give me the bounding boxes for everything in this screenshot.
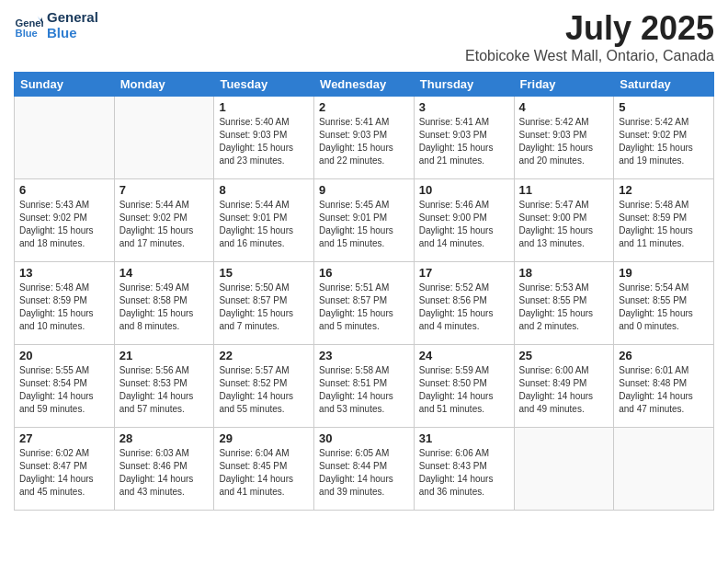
calendar-cell: 23Sunrise: 5:58 AM Sunset: 8:51 PM Dayli… bbox=[314, 345, 415, 428]
calendar-header-row: SundayMondayTuesdayWednesdayThursdayFrid… bbox=[15, 73, 714, 97]
calendar-cell: 3Sunrise: 5:41 AM Sunset: 9:03 PM Daylig… bbox=[414, 97, 514, 179]
cell-info: Sunrise: 6:01 AM Sunset: 8:48 PM Dayligh… bbox=[619, 364, 709, 416]
calendar-cell: 24Sunrise: 5:59 AM Sunset: 8:50 PM Dayli… bbox=[414, 345, 514, 428]
calendar-cell: 15Sunrise: 5:50 AM Sunset: 8:57 PM Dayli… bbox=[214, 262, 314, 345]
cell-info: Sunrise: 5:55 AM Sunset: 8:54 PM Dayligh… bbox=[19, 364, 109, 416]
day-number: 17 bbox=[419, 266, 509, 280]
day-number: 22 bbox=[219, 349, 309, 362]
calendar-cell: 10Sunrise: 5:46 AM Sunset: 9:00 PM Dayli… bbox=[414, 179, 514, 262]
weekday-header-tuesday: Tuesday bbox=[214, 73, 314, 97]
calendar-cell: 21Sunrise: 5:56 AM Sunset: 8:53 PM Dayli… bbox=[114, 345, 214, 428]
day-number: 29 bbox=[219, 431, 309, 445]
calendar-week-2: 6Sunrise: 5:43 AM Sunset: 9:02 PM Daylig… bbox=[15, 179, 714, 262]
weekday-header-sunday: Sunday bbox=[15, 73, 115, 97]
calendar-week-1: 1Sunrise: 5:40 AM Sunset: 9:03 PM Daylig… bbox=[15, 97, 714, 179]
weekday-header-friday: Friday bbox=[514, 73, 614, 97]
location-title: Etobicoke West Mall, Ontario, Canada bbox=[465, 48, 714, 64]
cell-info: Sunrise: 5:54 AM Sunset: 8:55 PM Dayligh… bbox=[619, 282, 709, 333]
cell-info: Sunrise: 5:45 AM Sunset: 9:01 PM Dayligh… bbox=[319, 199, 409, 250]
day-number: 2 bbox=[319, 100, 409, 114]
calendar-cell: 26Sunrise: 6:01 AM Sunset: 8:48 PM Dayli… bbox=[614, 345, 714, 428]
calendar-cell: 19Sunrise: 5:54 AM Sunset: 8:55 PM Dayli… bbox=[614, 262, 714, 345]
day-number: 18 bbox=[519, 266, 609, 280]
calendar-week-3: 13Sunrise: 5:48 AM Sunset: 8:59 PM Dayli… bbox=[15, 262, 714, 345]
day-number: 30 bbox=[319, 431, 409, 445]
cell-info: Sunrise: 5:48 AM Sunset: 8:59 PM Dayligh… bbox=[19, 282, 109, 333]
cell-info: Sunrise: 5:42 AM Sunset: 9:03 PM Dayligh… bbox=[519, 116, 609, 167]
cell-info: Sunrise: 5:42 AM Sunset: 9:02 PM Dayligh… bbox=[619, 116, 709, 167]
cell-info: Sunrise: 5:50 AM Sunset: 8:57 PM Dayligh… bbox=[219, 282, 309, 333]
calendar-week-5: 27Sunrise: 6:02 AM Sunset: 8:47 PM Dayli… bbox=[15, 428, 714, 511]
cell-info: Sunrise: 5:57 AM Sunset: 8:52 PM Dayligh… bbox=[219, 364, 309, 416]
weekday-header-monday: Monday bbox=[114, 73, 214, 97]
calendar-cell: 1Sunrise: 5:40 AM Sunset: 9:03 PM Daylig… bbox=[214, 97, 314, 179]
cell-info: Sunrise: 6:00 AM Sunset: 8:49 PM Dayligh… bbox=[519, 364, 609, 416]
calendar-cell: 30Sunrise: 6:05 AM Sunset: 8:44 PM Dayli… bbox=[314, 428, 415, 511]
calendar-cell: 7Sunrise: 5:44 AM Sunset: 9:02 PM Daylig… bbox=[114, 179, 214, 262]
calendar-week-4: 20Sunrise: 5:55 AM Sunset: 8:54 PM Dayli… bbox=[15, 345, 714, 428]
calendar-cell: 13Sunrise: 5:48 AM Sunset: 8:59 PM Dayli… bbox=[15, 262, 115, 345]
cell-info: Sunrise: 5:48 AM Sunset: 8:59 PM Dayligh… bbox=[619, 199, 709, 250]
day-number: 11 bbox=[519, 183, 609, 197]
day-number: 27 bbox=[19, 431, 109, 445]
cell-info: Sunrise: 5:56 AM Sunset: 8:53 PM Dayligh… bbox=[119, 364, 210, 416]
calendar-cell bbox=[15, 97, 115, 179]
cell-info: Sunrise: 5:46 AM Sunset: 9:00 PM Dayligh… bbox=[419, 199, 509, 250]
day-number: 16 bbox=[319, 266, 409, 280]
day-number: 12 bbox=[619, 183, 709, 197]
cell-info: Sunrise: 6:03 AM Sunset: 8:46 PM Dayligh… bbox=[119, 447, 210, 499]
day-number: 25 bbox=[519, 349, 609, 362]
calendar-cell: 14Sunrise: 5:49 AM Sunset: 8:58 PM Dayli… bbox=[114, 262, 214, 345]
logo: General Blue General Blue bbox=[14, 9, 98, 40]
page-header: General Blue General Blue July 2025 Etob… bbox=[14, 9, 714, 64]
day-number: 7 bbox=[119, 183, 210, 197]
cell-info: Sunrise: 5:59 AM Sunset: 8:50 PM Dayligh… bbox=[419, 364, 509, 416]
calendar-cell: 25Sunrise: 6:00 AM Sunset: 8:49 PM Dayli… bbox=[514, 345, 614, 428]
day-number: 9 bbox=[319, 183, 409, 197]
day-number: 6 bbox=[19, 183, 109, 197]
calendar-cell: 5Sunrise: 5:42 AM Sunset: 9:02 PM Daylig… bbox=[614, 97, 714, 179]
calendar-cell: 17Sunrise: 5:52 AM Sunset: 8:56 PM Dayli… bbox=[414, 262, 514, 345]
calendar-cell: 22Sunrise: 5:57 AM Sunset: 8:52 PM Dayli… bbox=[214, 345, 314, 428]
cell-info: Sunrise: 5:53 AM Sunset: 8:55 PM Dayligh… bbox=[519, 282, 609, 333]
day-number: 23 bbox=[319, 349, 409, 362]
calendar-cell: 20Sunrise: 5:55 AM Sunset: 8:54 PM Dayli… bbox=[15, 345, 115, 428]
day-number: 13 bbox=[19, 266, 109, 280]
day-number: 1 bbox=[219, 100, 309, 114]
calendar-cell: 28Sunrise: 6:03 AM Sunset: 8:46 PM Dayli… bbox=[114, 428, 214, 511]
day-number: 8 bbox=[219, 183, 309, 197]
calendar-cell bbox=[614, 428, 714, 511]
logo-general: General bbox=[47, 9, 98, 25]
calendar-cell: 16Sunrise: 5:51 AM Sunset: 8:57 PM Dayli… bbox=[314, 262, 415, 345]
day-number: 26 bbox=[619, 349, 709, 362]
cell-info: Sunrise: 5:41 AM Sunset: 9:03 PM Dayligh… bbox=[319, 116, 409, 167]
cell-info: Sunrise: 5:49 AM Sunset: 8:58 PM Dayligh… bbox=[119, 282, 210, 333]
weekday-header-thursday: Thursday bbox=[414, 73, 514, 97]
calendar-cell: 8Sunrise: 5:44 AM Sunset: 9:01 PM Daylig… bbox=[214, 179, 314, 262]
cell-info: Sunrise: 5:40 AM Sunset: 9:03 PM Dayligh… bbox=[219, 116, 309, 167]
cell-info: Sunrise: 5:51 AM Sunset: 8:57 PM Dayligh… bbox=[319, 282, 409, 333]
day-number: 28 bbox=[119, 431, 210, 445]
day-number: 21 bbox=[119, 349, 210, 362]
day-number: 31 bbox=[419, 431, 509, 445]
calendar-cell: 12Sunrise: 5:48 AM Sunset: 8:59 PM Dayli… bbox=[614, 179, 714, 262]
svg-text:General: General bbox=[16, 17, 43, 29]
day-number: 14 bbox=[119, 266, 210, 280]
cell-info: Sunrise: 6:02 AM Sunset: 8:47 PM Dayligh… bbox=[19, 447, 109, 499]
logo-icon: General Blue bbox=[14, 10, 43, 40]
cell-info: Sunrise: 6:06 AM Sunset: 8:43 PM Dayligh… bbox=[419, 447, 509, 499]
title-block: July 2025 Etobicoke West Mall, Ontario, … bbox=[465, 9, 714, 64]
day-number: 15 bbox=[219, 266, 309, 280]
weekday-header-saturday: Saturday bbox=[614, 73, 714, 97]
cell-info: Sunrise: 5:43 AM Sunset: 9:02 PM Dayligh… bbox=[19, 199, 109, 250]
calendar-cell: 9Sunrise: 5:45 AM Sunset: 9:01 PM Daylig… bbox=[314, 179, 415, 262]
weekday-header-wednesday: Wednesday bbox=[314, 73, 415, 97]
calendar-table: SundayMondayTuesdayWednesdayThursdayFrid… bbox=[14, 72, 714, 511]
cell-info: Sunrise: 6:04 AM Sunset: 8:45 PM Dayligh… bbox=[219, 447, 309, 499]
svg-text:Blue: Blue bbox=[16, 28, 38, 39]
cell-info: Sunrise: 6:05 AM Sunset: 8:44 PM Dayligh… bbox=[319, 447, 409, 499]
cell-info: Sunrise: 5:41 AM Sunset: 9:03 PM Dayligh… bbox=[419, 116, 509, 167]
month-title: July 2025 bbox=[465, 9, 714, 48]
calendar-cell bbox=[514, 428, 614, 511]
calendar-cell: 31Sunrise: 6:06 AM Sunset: 8:43 PM Dayli… bbox=[414, 428, 514, 511]
